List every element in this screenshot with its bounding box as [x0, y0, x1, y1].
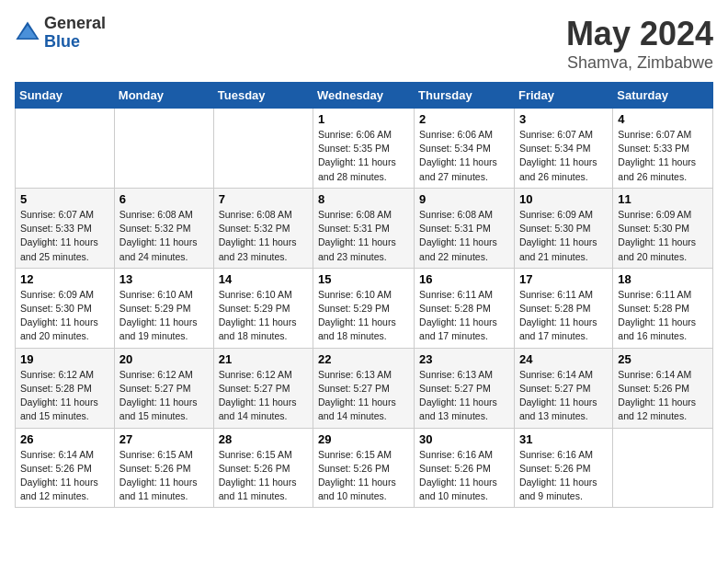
- day-number: 14: [219, 272, 308, 286]
- title-block: May 2024 Shamva, Zimbabwe: [566, 15, 713, 73]
- calendar-table: SundayMondayTuesdayWednesdayThursdayFrid…: [15, 82, 713, 508]
- day-cell: 7Sunrise: 6:08 AMSunset: 5:32 PMDaylight…: [213, 188, 313, 268]
- day-cell: 2Sunrise: 6:06 AMSunset: 5:34 PMDaylight…: [415, 109, 515, 189]
- day-info: Sunrise: 6:08 AMSunset: 5:31 PMDaylight:…: [419, 208, 509, 264]
- day-number: 19: [20, 352, 109, 366]
- day-info: Sunrise: 6:11 AMSunset: 5:28 PMDaylight:…: [419, 288, 509, 344]
- day-info: Sunrise: 6:10 AMSunset: 5:29 PMDaylight:…: [318, 288, 409, 344]
- day-cell: 31Sunrise: 6:16 AMSunset: 5:26 PMDayligh…: [514, 428, 612, 508]
- day-info: Sunrise: 6:14 AMSunset: 5:26 PMDaylight:…: [20, 448, 109, 504]
- day-number: 1: [318, 112, 409, 126]
- day-number: 10: [519, 192, 608, 206]
- day-info: Sunrise: 6:14 AMSunset: 5:27 PMDaylight:…: [519, 368, 608, 424]
- week-row-1: 1Sunrise: 6:06 AMSunset: 5:35 PMDaylight…: [16, 109, 713, 189]
- day-number: 20: [119, 352, 209, 366]
- day-info: Sunrise: 6:09 AMSunset: 5:30 PMDaylight:…: [618, 208, 708, 264]
- day-info: Sunrise: 6:14 AMSunset: 5:26 PMDaylight:…: [618, 368, 708, 424]
- day-number: 28: [219, 432, 308, 446]
- day-cell: [16, 109, 115, 189]
- day-info: Sunrise: 6:08 AMSunset: 5:32 PMDaylight:…: [219, 208, 308, 264]
- day-cell: 11Sunrise: 6:09 AMSunset: 5:30 PMDayligh…: [613, 188, 713, 268]
- day-number: 13: [119, 272, 209, 286]
- header-thursday: Thursday: [415, 83, 515, 109]
- day-info: Sunrise: 6:07 AMSunset: 5:34 PMDaylight:…: [519, 128, 608, 184]
- day-info: Sunrise: 6:15 AMSunset: 5:26 PMDaylight:…: [119, 448, 209, 504]
- day-cell: 16Sunrise: 6:11 AMSunset: 5:28 PMDayligh…: [415, 268, 515, 348]
- day-cell: 3Sunrise: 6:07 AMSunset: 5:34 PMDaylight…: [514, 109, 612, 189]
- day-cell: [613, 428, 713, 508]
- day-cell: 28Sunrise: 6:15 AMSunset: 5:26 PMDayligh…: [213, 428, 313, 508]
- logo-general: General: [44, 15, 106, 33]
- day-cell: 6Sunrise: 6:08 AMSunset: 5:32 PMDaylight…: [114, 188, 213, 268]
- day-cell: 8Sunrise: 6:08 AMSunset: 5:31 PMDaylight…: [313, 188, 415, 268]
- header-friday: Friday: [514, 83, 612, 109]
- day-cell: 23Sunrise: 6:13 AMSunset: 5:27 PMDayligh…: [415, 348, 515, 428]
- day-cell: 26Sunrise: 6:14 AMSunset: 5:26 PMDayligh…: [16, 428, 115, 508]
- header-tuesday: Tuesday: [213, 83, 313, 109]
- day-info: Sunrise: 6:12 AMSunset: 5:28 PMDaylight:…: [20, 368, 109, 424]
- day-info: Sunrise: 6:07 AMSunset: 5:33 PMDaylight:…: [20, 208, 109, 264]
- header-wednesday: Wednesday: [313, 83, 415, 109]
- day-info: Sunrise: 6:08 AMSunset: 5:32 PMDaylight:…: [119, 208, 209, 264]
- main-title: May 2024: [566, 15, 713, 53]
- day-number: 26: [20, 432, 109, 446]
- day-info: Sunrise: 6:09 AMSunset: 5:30 PMDaylight:…: [519, 208, 608, 264]
- day-number: 12: [20, 272, 109, 286]
- header-row: SundayMondayTuesdayWednesdayThursdayFrid…: [16, 83, 713, 109]
- week-row-3: 12Sunrise: 6:09 AMSunset: 5:30 PMDayligh…: [16, 268, 713, 348]
- day-cell: 14Sunrise: 6:10 AMSunset: 5:29 PMDayligh…: [213, 268, 313, 348]
- day-info: Sunrise: 6:10 AMSunset: 5:29 PMDaylight:…: [219, 288, 308, 344]
- header-saturday: Saturday: [613, 83, 713, 109]
- logo-text: General Blue: [44, 15, 106, 52]
- day-number: 18: [618, 272, 708, 286]
- logo-blue: Blue: [44, 33, 106, 52]
- day-info: Sunrise: 6:10 AMSunset: 5:29 PMDaylight:…: [119, 288, 209, 344]
- day-info: Sunrise: 6:06 AMSunset: 5:34 PMDaylight:…: [419, 128, 509, 184]
- day-number: 21: [219, 352, 308, 366]
- day-cell: 19Sunrise: 6:12 AMSunset: 5:28 PMDayligh…: [16, 348, 115, 428]
- sub-title: Shamva, Zimbabwe: [566, 53, 713, 73]
- day-cell: 21Sunrise: 6:12 AMSunset: 5:27 PMDayligh…: [213, 348, 313, 428]
- day-info: Sunrise: 6:11 AMSunset: 5:28 PMDaylight:…: [618, 288, 708, 344]
- day-cell: 9Sunrise: 6:08 AMSunset: 5:31 PMDaylight…: [415, 188, 515, 268]
- week-row-2: 5Sunrise: 6:07 AMSunset: 5:33 PMDaylight…: [16, 188, 713, 268]
- day-number: 30: [419, 432, 509, 446]
- day-cell: 10Sunrise: 6:09 AMSunset: 5:30 PMDayligh…: [514, 188, 612, 268]
- logo: General Blue: [15, 15, 106, 52]
- day-cell: 20Sunrise: 6:12 AMSunset: 5:27 PMDayligh…: [114, 348, 213, 428]
- day-number: 3: [519, 112, 608, 126]
- day-number: 24: [519, 352, 608, 366]
- day-number: 7: [219, 192, 308, 206]
- day-info: Sunrise: 6:06 AMSunset: 5:35 PMDaylight:…: [318, 128, 409, 184]
- day-info: Sunrise: 6:13 AMSunset: 5:27 PMDaylight:…: [318, 368, 409, 424]
- header-sunday: Sunday: [16, 83, 115, 109]
- day-cell: 25Sunrise: 6:14 AMSunset: 5:26 PMDayligh…: [613, 348, 713, 428]
- day-number: 22: [318, 352, 409, 366]
- day-info: Sunrise: 6:13 AMSunset: 5:27 PMDaylight:…: [419, 368, 509, 424]
- day-info: Sunrise: 6:16 AMSunset: 5:26 PMDaylight:…: [519, 448, 608, 504]
- day-number: 11: [618, 192, 708, 206]
- header-monday: Monday: [114, 83, 213, 109]
- day-number: 23: [419, 352, 509, 366]
- page-header: General Blue May 2024 Shamva, Zimbabwe: [15, 15, 713, 73]
- day-cell: 4Sunrise: 6:07 AMSunset: 5:33 PMDaylight…: [613, 109, 713, 189]
- day-cell: 18Sunrise: 6:11 AMSunset: 5:28 PMDayligh…: [613, 268, 713, 348]
- day-info: Sunrise: 6:15 AMSunset: 5:26 PMDaylight:…: [318, 448, 409, 504]
- day-cell: [213, 109, 313, 189]
- day-number: 4: [618, 112, 708, 126]
- day-number: 27: [119, 432, 209, 446]
- day-cell: [114, 109, 213, 189]
- day-number: 29: [318, 432, 409, 446]
- day-cell: 24Sunrise: 6:14 AMSunset: 5:27 PMDayligh…: [514, 348, 612, 428]
- day-number: 17: [519, 272, 608, 286]
- day-cell: 17Sunrise: 6:11 AMSunset: 5:28 PMDayligh…: [514, 268, 612, 348]
- day-number: 5: [20, 192, 109, 206]
- logo-icon: [15, 20, 40, 46]
- week-row-5: 26Sunrise: 6:14 AMSunset: 5:26 PMDayligh…: [16, 428, 713, 508]
- day-cell: 15Sunrise: 6:10 AMSunset: 5:29 PMDayligh…: [313, 268, 415, 348]
- day-cell: 22Sunrise: 6:13 AMSunset: 5:27 PMDayligh…: [313, 348, 415, 428]
- week-row-4: 19Sunrise: 6:12 AMSunset: 5:28 PMDayligh…: [16, 348, 713, 428]
- day-cell: 5Sunrise: 6:07 AMSunset: 5:33 PMDaylight…: [16, 188, 115, 268]
- day-cell: 30Sunrise: 6:16 AMSunset: 5:26 PMDayligh…: [415, 428, 515, 508]
- day-number: 8: [318, 192, 409, 206]
